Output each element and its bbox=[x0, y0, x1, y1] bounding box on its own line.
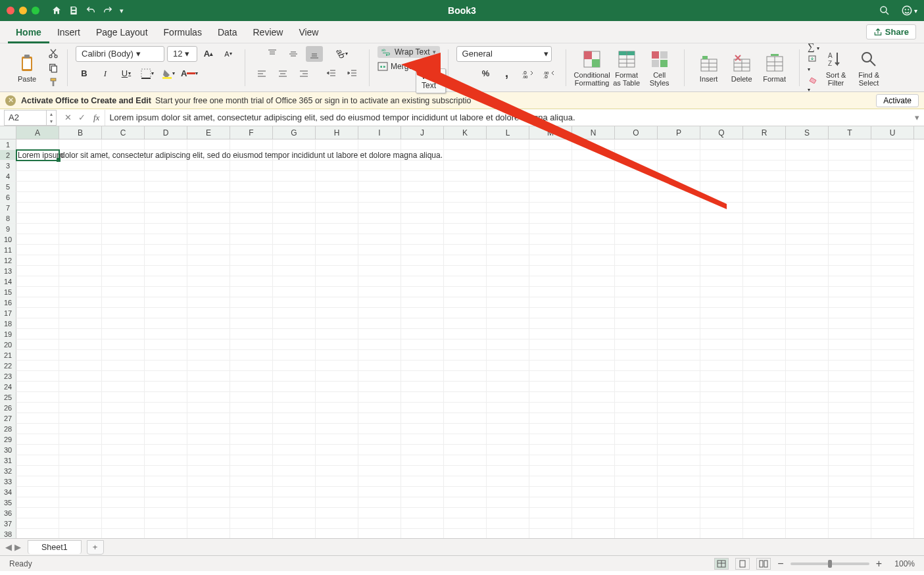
cell[interactable] bbox=[487, 266, 529, 276]
cell[interactable] bbox=[230, 466, 273, 476]
cell[interactable] bbox=[358, 339, 401, 350]
cell[interactable] bbox=[572, 424, 615, 434]
cell[interactable] bbox=[145, 424, 187, 434]
cell[interactable] bbox=[743, 329, 786, 339]
cell[interactable] bbox=[743, 497, 786, 508]
cell[interactable] bbox=[187, 508, 230, 518]
cell[interactable] bbox=[273, 487, 316, 497]
cell[interactable] bbox=[487, 182, 529, 192]
cell[interactable] bbox=[743, 476, 786, 487]
row-header[interactable]: 29 bbox=[0, 434, 16, 445]
cell[interactable] bbox=[401, 308, 444, 318]
cell[interactable] bbox=[358, 434, 401, 445]
cell[interactable] bbox=[786, 413, 829, 424]
cell[interactable] bbox=[401, 139, 444, 150]
cell[interactable] bbox=[871, 529, 914, 538]
cell[interactable] bbox=[187, 424, 230, 434]
cell[interactable] bbox=[786, 497, 829, 508]
cell[interactable] bbox=[145, 339, 187, 350]
cell[interactable] bbox=[273, 287, 316, 297]
align-right-icon[interactable] bbox=[295, 66, 312, 82]
cell[interactable] bbox=[529, 234, 572, 245]
cell[interactable] bbox=[59, 150, 102, 161]
cell[interactable] bbox=[59, 508, 102, 518]
orientation-icon[interactable]: ab▾ bbox=[333, 46, 351, 62]
cell[interactable] bbox=[401, 382, 444, 392]
cell[interactable] bbox=[615, 497, 658, 508]
cell[interactable] bbox=[102, 413, 145, 424]
cell[interactable] bbox=[102, 213, 145, 224]
cell[interactable] bbox=[16, 255, 59, 266]
cell[interactable] bbox=[615, 371, 658, 382]
cell[interactable] bbox=[102, 266, 145, 276]
cell[interactable] bbox=[786, 434, 829, 445]
cell[interactable] bbox=[187, 276, 230, 287]
cell[interactable] bbox=[16, 371, 59, 382]
cell[interactable] bbox=[786, 161, 829, 171]
cell[interactable] bbox=[401, 171, 444, 182]
row-header[interactable]: 3 bbox=[0, 161, 16, 171]
cell[interactable] bbox=[615, 276, 658, 287]
column-header[interactable]: J bbox=[401, 126, 444, 139]
cell[interactable] bbox=[786, 171, 829, 182]
cell[interactable] bbox=[187, 171, 230, 182]
cell[interactable] bbox=[700, 203, 743, 213]
cell[interactable] bbox=[102, 487, 145, 497]
cell[interactable] bbox=[871, 361, 914, 371]
cell[interactable] bbox=[145, 382, 187, 392]
cell[interactable] bbox=[145, 287, 187, 297]
cell[interactable] bbox=[658, 276, 700, 287]
cell[interactable] bbox=[658, 518, 700, 529]
cell[interactable] bbox=[700, 224, 743, 234]
cell[interactable] bbox=[871, 371, 914, 382]
cell[interactable] bbox=[700, 497, 743, 508]
merge-button[interactable]: Merge & bbox=[377, 62, 420, 71]
cell[interactable] bbox=[316, 497, 358, 508]
cell[interactable] bbox=[273, 424, 316, 434]
cell[interactable] bbox=[786, 203, 829, 213]
cell[interactable] bbox=[700, 445, 743, 455]
cell[interactable] bbox=[230, 392, 273, 403]
cell[interactable] bbox=[658, 245, 700, 255]
cell[interactable] bbox=[786, 192, 829, 203]
cell[interactable] bbox=[187, 192, 230, 203]
sort-filter-button[interactable]: AZSort & Filter bbox=[819, 47, 852, 89]
cell[interactable] bbox=[16, 361, 59, 371]
cell[interactable] bbox=[358, 150, 401, 161]
cell-styles-button[interactable]: Cell Styles bbox=[643, 47, 676, 89]
cell[interactable] bbox=[487, 371, 529, 382]
cell[interactable] bbox=[786, 371, 829, 382]
column-header[interactable]: I bbox=[358, 126, 401, 139]
align-top-icon[interactable] bbox=[264, 46, 281, 62]
cell[interactable] bbox=[487, 255, 529, 266]
minimize-window-button[interactable] bbox=[19, 7, 27, 14]
cell[interactable] bbox=[230, 487, 273, 497]
cell[interactable] bbox=[358, 329, 401, 339]
cell[interactable] bbox=[358, 497, 401, 508]
cell[interactable] bbox=[444, 434, 487, 445]
cancel-formula-icon[interactable]: ✕ bbox=[64, 113, 72, 122]
cell[interactable] bbox=[743, 466, 786, 476]
column-header[interactable]: S bbox=[786, 126, 829, 139]
cell[interactable] bbox=[700, 287, 743, 297]
cell[interactable] bbox=[273, 476, 316, 487]
cell[interactable] bbox=[658, 224, 700, 234]
cell[interactable] bbox=[187, 139, 230, 150]
cell[interactable] bbox=[487, 234, 529, 245]
cell[interactable] bbox=[273, 150, 316, 161]
cell[interactable] bbox=[273, 266, 316, 276]
cell[interactable] bbox=[444, 308, 487, 318]
cell[interactable] bbox=[59, 403, 102, 413]
cell[interactable] bbox=[444, 318, 487, 329]
cell[interactable] bbox=[487, 245, 529, 255]
cell[interactable] bbox=[871, 203, 914, 213]
cell[interactable] bbox=[786, 487, 829, 497]
cell[interactable] bbox=[871, 139, 914, 150]
cell[interactable] bbox=[786, 255, 829, 266]
cell[interactable] bbox=[743, 224, 786, 234]
cell[interactable] bbox=[615, 150, 658, 161]
cell[interactable] bbox=[16, 434, 59, 445]
account-icon[interactable]: ▾ bbox=[901, 5, 917, 16]
cell[interactable] bbox=[786, 529, 829, 538]
cell[interactable] bbox=[743, 434, 786, 445]
